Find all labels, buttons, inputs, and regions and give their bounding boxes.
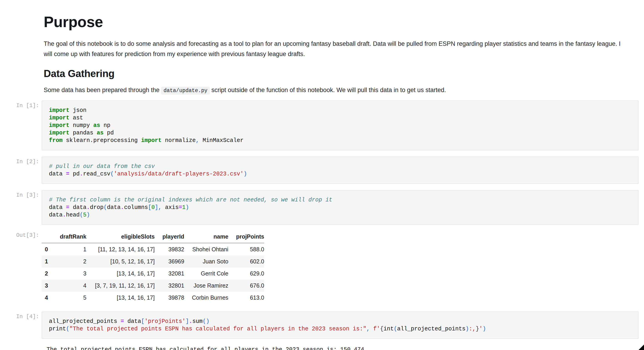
code-token-st: f' [373,326,380,332]
row-index-cell: 2 [42,268,52,280]
code-token-st: 'analysis/data/draft-players-2023.csv' [114,171,244,177]
table-cell: 39878 [155,292,184,304]
table-cell: 32081 [155,268,184,280]
code-token-op: . [189,318,192,325]
code-token-nm: axis [162,204,179,211]
code-token-kw: import [141,137,162,144]
output-prompt-empty [0,344,39,346]
code-token-nm: np [100,122,110,129]
code-input-area[interactable]: # The first column is the original index… [42,190,638,225]
code-token-nm: data [70,204,86,211]
stream-output-text: The total projected points ESPN has calc… [42,344,638,350]
code-token-pu: ( [66,326,70,332]
code-line: data.head(5) [49,211,631,219]
table-row: 45[13, 14, 16, 17]39878Corbin Burnes613.… [42,292,264,304]
code-token-nm: data [49,204,66,211]
code-token-st: 'projPoints' [144,318,186,325]
table-cell: Corbin Burnes [184,292,228,304]
code-token-nm: normalize [162,137,196,144]
code-input-area[interactable]: all_projected_points = data['projPoints'… [42,311,638,339]
code-token-nm: ast [70,115,83,121]
table-cell: 2 [52,255,86,268]
table-cell: [13, 14, 16, 17] [86,292,155,304]
paragraph-text: script outside of the function of this n… [210,87,446,93]
code-token-op: . [120,204,124,211]
code-token-pu: ) [244,171,247,177]
input-prompt: In [2]: [0,156,39,165]
code-token-pu: ( [80,212,83,218]
code-token-pu: ] [186,318,189,325]
dataframe-output: draftRankeligibleSlotsplayerIdnameprojPo… [42,230,638,304]
dataframe-column-header: draftRank [52,231,86,243]
code-token-nm: columns [124,204,148,211]
code-token-pu: , [196,137,199,144]
code-line: # pull in our data from the csv [49,163,631,170]
code-token-pu: ( [202,318,206,325]
code-line: from sklearn.preprocessing import normal… [49,137,631,144]
table-cell: Jose Ramirez [184,280,228,292]
code-token-nu: 1 [182,204,186,211]
code-token-pu: ( [110,171,114,177]
table-cell: 39832 [155,243,184,256]
code-token-st: "The total projected points ESPN has cal… [70,326,366,332]
code-line: import ast [49,114,631,122]
dataframe-body: 01[11, 12, 13, 14, 16, 17]39832Shohei Oh… [42,243,264,304]
code-token-kw: import [49,107,70,114]
code-token-nm: all_projected_points [397,326,465,332]
code-token-op: . [62,212,66,218]
code-token-nm: data [49,171,66,177]
data-gathering-paragraph: Some data has been prepared through the … [44,85,622,96]
code-token-kw: as [93,122,100,129]
code-input-area[interactable]: import jsonimport astimport numpy as npi… [42,100,638,150]
code-input-area[interactable]: # pull in our data from the csvdata = pd… [42,156,638,184]
code-token-br: { [380,326,384,332]
code-token-op: = [120,318,124,325]
code-token-nm: numpy [70,122,93,129]
code-line: data = data.drop(data.columns[0], axis=1… [49,204,631,211]
code-token-pu: ( [104,204,107,211]
table-cell: Gerrit Cole [184,268,228,280]
table-cell: 676.0 [228,280,264,292]
notebook-cells: In [1]:import jsonimport astimport numpy… [0,100,644,350]
code-token-pu: ) [186,204,189,211]
code-token-nm: drop [90,204,104,211]
code-token-nm: data [124,318,141,325]
paragraph-text: Some data has been prepared through the [44,87,161,93]
code-token-nm: sum [192,318,202,325]
code-token-kw: as [97,130,104,136]
dataframe-column-header: playerId [155,231,184,243]
code-token-pu: [ [148,204,151,211]
code-line: import pandas as pd [49,129,631,137]
table-cell: 32801 [155,280,184,292]
code-cell-row: In [1]:import jsonimport astimport numpy… [0,100,644,150]
dataframe-column-header: name [184,231,228,243]
code-token-nm: json [70,107,86,114]
dataframe-table: draftRankeligibleSlotsplayerIdnameprojPo… [42,231,264,304]
code-token-nm: MinMaxScaler [199,137,244,144]
table-cell: [3, 7, 19, 11, 12, 16, 17] [86,280,155,292]
table-cell: [13, 14, 16, 17] [86,268,155,280]
table-cell: 1 [52,243,86,256]
code-line: all_projected_points = data['projPoints'… [49,318,631,325]
code-token-st: :, [469,326,476,332]
code-token-nm: print [49,326,66,332]
dataframe-column-header: eligibleSlots [86,231,155,243]
code-token-nm: head [66,212,80,218]
table-cell: Juan Soto [184,255,228,268]
dataframe-column-header: projPoints [228,231,264,243]
row-index-cell: 1 [42,255,52,268]
code-token-pu: ] [155,204,158,211]
table-cell: 5 [52,292,86,304]
dataframe-header-row: draftRankeligibleSlotsplayerIdnameprojPo… [42,231,264,243]
code-token-op: = [179,204,182,211]
table-row: 34[3, 7, 19, 11, 12, 16, 17]32801Jose Ra… [42,280,264,292]
code-line: data = pd.read_csv('analysis/data/draft-… [49,170,631,178]
code-token-nm: data [49,212,62,218]
table-cell: 602.0 [228,255,264,268]
markdown-cell-purpose: Purpose The goal of this notebook is to … [44,13,644,96]
table-row: 23[13, 14, 16, 17]32081Gerrit Cole629.0 [42,268,264,280]
code-token-op: . [86,204,90,211]
table-cell: [11, 12, 13, 14, 16, 17] [86,243,155,256]
code-token-nm [370,326,373,332]
code-token-op: = [66,171,70,177]
